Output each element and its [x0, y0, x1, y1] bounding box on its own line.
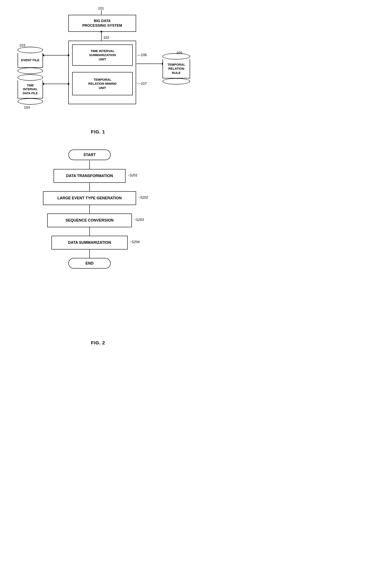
fig2-label: FIG. 2: [91, 340, 105, 346]
event-file-cylinder: EVENT FILE: [18, 47, 43, 74]
time-interval-data-cylinder: TIME INTERVAL DATA FILE: [18, 74, 43, 104]
ref-107: —107: [137, 82, 147, 86]
arrow-start-to-step1: [89, 160, 90, 169]
time-interval-sum-box: TIME INTERVAL SUMMARIZATION UNIT: [72, 44, 133, 66]
ref-102: 102: [103, 36, 109, 40]
arrow-step1-to-step2: [89, 183, 90, 191]
ref-101: 101: [98, 6, 104, 11]
s204-label: ~S204: [130, 240, 140, 244]
ref-103: 103: [19, 44, 25, 48]
fig1-label: FIG. 1: [91, 129, 105, 135]
s203-label: ~S203: [134, 218, 144, 222]
temporal-relation-rule-cylinder: TEMPORAL RELATION RULE: [163, 53, 190, 84]
data-summarization-box: DATA SUMMARIZATION: [51, 236, 128, 249]
arrow-bigdata-to-main: [101, 32, 102, 41]
arrow-step4-to-end: [89, 249, 90, 258]
temporal-mining-box: TEMPORAL RELATION MINING UNIT: [72, 72, 133, 95]
arrow-step3-to-step4: [89, 227, 90, 236]
start-pill: START: [68, 149, 111, 160]
s201-label: ~S201: [128, 174, 138, 177]
large-event-type-box: LARGE EVENT TYPE GENERATION: [43, 191, 136, 205]
ref-104: 104: [24, 105, 30, 110]
sequence-conversion-box: SEQUENCE CONVERSION: [47, 214, 132, 227]
fig2-diagram: START DATA TRANSFORMATION ~S201 LARGE EV…: [7, 145, 189, 340]
ref-105: 105: [176, 51, 182, 55]
end-pill: END: [68, 258, 111, 269]
s202-label: ~S202: [138, 196, 148, 200]
ref-106: —106: [137, 53, 147, 57]
big-data-box: BIG DATA PROCESSING SYSTEM: [68, 15, 136, 32]
arrow-101-to-bigdata: [101, 10, 102, 15]
arrow-time-interval-data: [44, 84, 68, 84]
fig1-diagram: 101 BIG DATA PROCESSING SYSTEM 102 TIME …: [7, 4, 189, 127]
diagram-container: 101 BIG DATA PROCESSING SYSTEM 102 TIME …: [7, 4, 189, 352]
data-transformation-box: DATA TRANSFORMATION: [54, 169, 126, 183]
arrow-temporal-rule: [137, 64, 162, 64]
arrow-step2-to-step3: [89, 205, 90, 214]
arrow-event-file: [44, 55, 68, 56]
